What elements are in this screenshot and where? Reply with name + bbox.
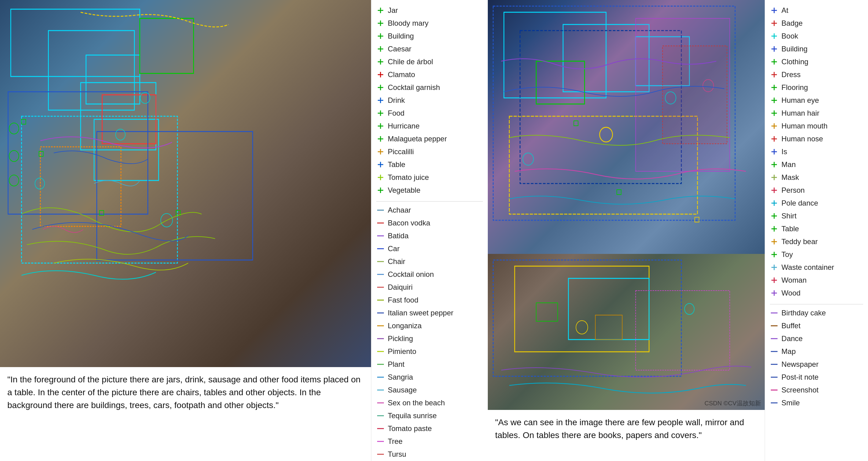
legend-item: Daiquiri bbox=[376, 283, 483, 291]
right-legend-section1: AtBadgeBookBuildingClothingDressFlooring… bbox=[770, 6, 863, 301]
legend-label: Human eye bbox=[781, 96, 819, 105]
svg-rect-4 bbox=[81, 83, 156, 150]
legend-item: Teddy bear bbox=[770, 237, 863, 246]
legend-item: Building bbox=[376, 32, 483, 40]
legend-icon bbox=[770, 225, 778, 233]
legend-icon bbox=[376, 109, 385, 117]
legend-item: Building bbox=[770, 45, 863, 53]
left-legend-section2: AchaarBacon vodkaBatidaCarChairCocktail … bbox=[376, 206, 483, 461]
legend-item: Tursu bbox=[376, 450, 483, 459]
svg-point-17 bbox=[9, 175, 19, 186]
legend-label: Dance bbox=[781, 334, 803, 343]
legend-label: Car bbox=[388, 244, 400, 253]
legend-icon bbox=[376, 173, 385, 182]
legend-item: Tomato paste bbox=[376, 424, 483, 433]
legend-label: Sangria bbox=[388, 373, 413, 381]
svg-point-18 bbox=[35, 178, 44, 189]
legend-item: Human hair bbox=[770, 109, 863, 117]
legend-icon bbox=[770, 321, 778, 330]
legend-label: Bloody mary bbox=[388, 19, 429, 28]
svg-rect-10 bbox=[140, 18, 193, 74]
legend-icon bbox=[376, 450, 385, 459]
legend-icon bbox=[770, 276, 778, 285]
left-caption: "In the foreground of the picture there … bbox=[0, 367, 371, 461]
svg-rect-75 bbox=[636, 37, 689, 86]
legend-label: Chair bbox=[388, 257, 405, 266]
legend-item: Sausage bbox=[376, 386, 483, 394]
svg-rect-5 bbox=[94, 119, 159, 180]
legend-icon bbox=[376, 360, 385, 369]
legend-icon bbox=[376, 32, 385, 40]
legend-icon bbox=[770, 263, 778, 272]
legend-item: Pimiento bbox=[376, 347, 483, 356]
legend-icon bbox=[770, 386, 778, 394]
legend-label: Achaar bbox=[388, 206, 411, 214]
legend-icon bbox=[770, 237, 778, 246]
main-container: "In the foreground of the picture there … bbox=[0, 0, 868, 461]
legend-icon bbox=[376, 424, 385, 433]
svg-rect-83 bbox=[695, 217, 699, 222]
legend-icon bbox=[770, 309, 778, 317]
svg-point-84 bbox=[600, 127, 613, 142]
legend-icon bbox=[376, 399, 385, 407]
legend-label: Person bbox=[781, 186, 805, 195]
legend-item: Piccalilli bbox=[376, 147, 483, 156]
legend-item: Shirt bbox=[770, 212, 863, 220]
legend-icon bbox=[376, 283, 385, 291]
legend-icon bbox=[770, 199, 778, 207]
svg-rect-14 bbox=[21, 119, 26, 124]
svg-rect-8 bbox=[8, 92, 148, 214]
legend-label: Human mouth bbox=[781, 122, 828, 130]
legend-icon bbox=[770, 186, 778, 195]
legend-item: Buffet bbox=[770, 321, 863, 330]
legend-icon bbox=[770, 135, 778, 143]
legend-icon bbox=[376, 437, 385, 446]
legend-item: Person bbox=[770, 186, 863, 195]
legend-icon bbox=[770, 360, 778, 369]
legend-label: Longaniza bbox=[388, 321, 422, 330]
legend-icon bbox=[376, 244, 385, 253]
legend-label: Toy bbox=[781, 250, 793, 259]
right-bottom-image: CSDN ©CV温故知新 bbox=[488, 254, 765, 410]
left-image bbox=[0, 0, 371, 367]
watermark: CSDN ©CV温故知新 bbox=[705, 399, 761, 407]
svg-rect-74 bbox=[563, 25, 649, 92]
legend-label: Drink bbox=[388, 96, 405, 105]
legend-icon bbox=[770, 347, 778, 356]
svg-rect-7 bbox=[40, 147, 121, 226]
legend-label: Wood bbox=[781, 289, 801, 297]
legend-item: Dance bbox=[770, 334, 863, 343]
legend-label: Bacon vodka bbox=[388, 219, 430, 227]
legend-icon bbox=[770, 160, 778, 169]
right-legend-panel: AtBadgeBookBuildingClothingDressFlooring… bbox=[765, 0, 868, 461]
legend-label: Post-it note bbox=[781, 373, 818, 381]
legend-label: Pole dance bbox=[781, 199, 818, 207]
svg-rect-88 bbox=[493, 260, 681, 376]
legend-icon bbox=[376, 70, 385, 79]
legend-label: Caesar bbox=[388, 45, 411, 53]
legend-icon bbox=[770, 70, 778, 79]
legend-icon bbox=[770, 289, 778, 297]
svg-rect-92 bbox=[536, 303, 557, 321]
legend-icon bbox=[376, 373, 385, 381]
svg-rect-80 bbox=[536, 61, 584, 104]
legend-icon bbox=[376, 19, 385, 28]
legend-item: Is bbox=[770, 147, 863, 156]
legend-label: Woman bbox=[781, 276, 807, 285]
right-panel: CSDN ©CV温故知新 "As we can see in the image… bbox=[488, 0, 765, 461]
legend-icon bbox=[376, 321, 385, 330]
legend-label: Newspaper bbox=[781, 360, 818, 369]
legend-label: Table bbox=[781, 225, 799, 233]
legend-item: Table bbox=[376, 160, 483, 169]
legend-label: Table bbox=[388, 160, 405, 169]
legend-label: Jar bbox=[388, 6, 398, 15]
svg-rect-89 bbox=[515, 266, 649, 352]
right-top-annotations bbox=[488, 0, 765, 254]
legend-item: Flooring bbox=[770, 83, 863, 92]
legend-item: Waste container bbox=[770, 263, 863, 272]
legend-label: Clothing bbox=[781, 58, 808, 66]
legend-item: Tomato juice bbox=[376, 173, 483, 182]
legend-item: Food bbox=[376, 109, 483, 117]
legend-label: Map bbox=[781, 347, 796, 356]
legend-icon bbox=[376, 296, 385, 305]
